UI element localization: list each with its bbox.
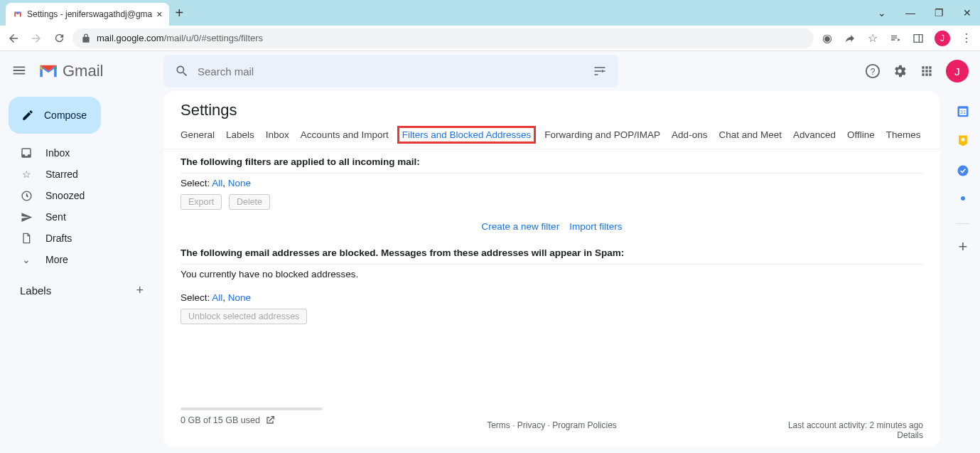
account-avatar[interactable]: J	[946, 60, 969, 82]
labels-header: Labels +	[6, 283, 158, 298]
sidebar-item-drafts[interactable]: Drafts	[6, 228, 158, 249]
help-icon[interactable]: ?	[865, 63, 881, 79]
import-filters-link[interactable]: Import filters	[569, 221, 622, 232]
settings-gear-icon[interactable]	[892, 63, 908, 79]
tab-general[interactable]: General	[181, 128, 215, 142]
eye-icon[interactable]: ◉	[821, 32, 834, 45]
search-input[interactable]	[198, 65, 584, 78]
inbox-icon	[20, 146, 33, 159]
calendar-icon[interactable]: 31	[956, 104, 970, 118]
select-none-filters[interactable]: None	[228, 178, 251, 188]
tab-title: Settings - jeniferswagathdj@gma	[27, 9, 152, 19]
chevron-down-icon: ⌄	[20, 253, 33, 266]
forward-button[interactable]	[30, 32, 43, 45]
side-panel: 31 +	[946, 91, 980, 453]
select-all-filters[interactable]: All	[212, 178, 222, 188]
add-addon-icon[interactable]: +	[956, 240, 970, 254]
back-button[interactable]	[7, 32, 20, 45]
tune-icon[interactable]	[593, 64, 607, 78]
svg-point-7	[958, 166, 969, 176]
tasks-icon[interactable]	[956, 164, 970, 178]
tab-advanced[interactable]: Advanced	[793, 128, 836, 142]
file-icon	[20, 232, 33, 245]
footer-policies[interactable]: Program Policies	[552, 420, 617, 430]
reload-button[interactable]	[53, 32, 65, 45]
tab-close-icon[interactable]: ×	[156, 9, 162, 20]
filters-heading: The following filters are applied to all…	[163, 149, 940, 171]
send-icon	[20, 210, 33, 223]
create-filter-link[interactable]: Create a new filter	[482, 221, 560, 232]
settings-footer: Terms · Privacy · Program Policies Last …	[163, 420, 940, 440]
url-path: /mail/u/0/#settings/filters	[164, 33, 263, 43]
chevron-down-icon[interactable]: ⌄	[875, 7, 889, 18]
svg-text:?: ?	[871, 67, 876, 77]
apps-grid-icon[interactable]	[919, 63, 935, 79]
maximize-icon[interactable]: ❐	[932, 7, 946, 18]
details-link[interactable]: Details	[897, 430, 923, 440]
share-icon[interactable]	[844, 32, 856, 45]
profile-avatar-small[interactable]: J	[935, 31, 950, 46]
new-tab-button[interactable]: +	[175, 5, 183, 21]
lock-icon	[81, 33, 91, 43]
settings-tabs: General Labels Inbox Accounts and Import…	[163, 124, 940, 149]
minimize-icon[interactable]: ―	[903, 7, 917, 18]
storage-bar	[181, 407, 323, 410]
footer-terms[interactable]: Terms	[487, 420, 510, 430]
sidebar-item-starred[interactable]: ☆Starred	[6, 164, 158, 185]
tab-offline[interactable]: Offline	[847, 128, 875, 142]
address-bar: mail.google.com/mail/u/0/#settings/filte…	[0, 26, 980, 51]
browser-tab[interactable]: Settings - jeniferswagathdj@gma ×	[6, 3, 169, 26]
select-all-blocked[interactable]: All	[212, 292, 222, 303]
footer-privacy[interactable]: Privacy	[517, 420, 545, 430]
tab-inbox[interactable]: Inbox	[266, 128, 289, 142]
select-row-filters: Select: All, None	[163, 175, 940, 191]
svg-point-8	[961, 196, 965, 201]
url-omnibox[interactable]: mail.google.com/mail/u/0/#settings/filte…	[72, 28, 814, 48]
chrome-menu-icon[interactable]: ⋮	[960, 32, 973, 45]
sidebar: Compose Inbox ☆Starred Snoozed Sent Draf…	[0, 91, 163, 453]
gmail-favicon	[13, 9, 23, 19]
close-window-icon[interactable]: ✕	[960, 7, 974, 18]
delete-button[interactable]: Delete	[229, 194, 270, 210]
panel-icon[interactable]	[912, 32, 925, 45]
tab-labels[interactable]: Labels	[226, 128, 254, 142]
gmail-logo[interactable]: Gmail	[38, 62, 103, 80]
search-icon	[175, 64, 189, 78]
unblock-button[interactable]: Unblock selected addresses	[181, 309, 307, 324]
activity-text: Last account activity: 2 minutes ago	[788, 420, 923, 430]
contacts-icon[interactable]	[956, 193, 970, 208]
tab-forwarding[interactable]: Forwarding and POP/IMAP	[544, 128, 660, 142]
tab-chat[interactable]: Chat and Meet	[718, 128, 782, 142]
tab-themes[interactable]: Themes	[886, 128, 921, 142]
url-host: mail.google.com	[97, 33, 164, 43]
main-menu-icon[interactable]	[11, 63, 28, 80]
svg-text:31: 31	[960, 109, 966, 115]
sidebar-item-sent[interactable]: Sent	[6, 206, 158, 228]
tab-addons[interactable]: Add-ons	[672, 128, 707, 142]
tab-accounts[interactable]: Accounts and Import	[301, 128, 389, 142]
compose-button[interactable]: Compose	[9, 97, 101, 134]
sidebar-item-more[interactable]: ⌄More	[6, 249, 158, 270]
sidebar-item-snoozed[interactable]: Snoozed	[6, 185, 158, 206]
sidebar-item-inbox[interactable]: Inbox	[6, 142, 158, 164]
blocked-heading: The following email addresses are blocke…	[163, 240, 940, 262]
no-blocked-text: You currently have no blocked addresses.	[163, 266, 940, 282]
playlist-icon[interactable]	[889, 32, 902, 45]
gmail-logo-icon	[38, 63, 58, 79]
gmail-logo-text: Gmail	[63, 62, 103, 80]
gmail-app: Gmail ? J Compose	[0, 51, 980, 453]
window-controls: ⌄ ― ❐ ✕	[875, 7, 974, 18]
tab-filters[interactable]: Filters and Blocked Addresses	[397, 126, 537, 144]
clock-icon	[20, 189, 33, 202]
settings-panel: Settings General Labels Inbox Accounts a…	[163, 91, 940, 447]
browser-tab-strip: Settings - jeniferswagathdj@gma × + ⌄ ― …	[0, 0, 980, 26]
add-label-button[interactable]: +	[136, 283, 144, 298]
keep-icon[interactable]	[956, 134, 970, 148]
search-box[interactable]	[163, 55, 618, 87]
export-button[interactable]: Export	[181, 194, 222, 210]
star-icon: ☆	[20, 168, 33, 181]
app-header: Gmail ? J	[0, 51, 980, 91]
bookmark-star-icon[interactable]: ☆	[866, 32, 879, 45]
select-none-blocked[interactable]: None	[228, 292, 251, 303]
compose-label: Compose	[44, 110, 87, 121]
